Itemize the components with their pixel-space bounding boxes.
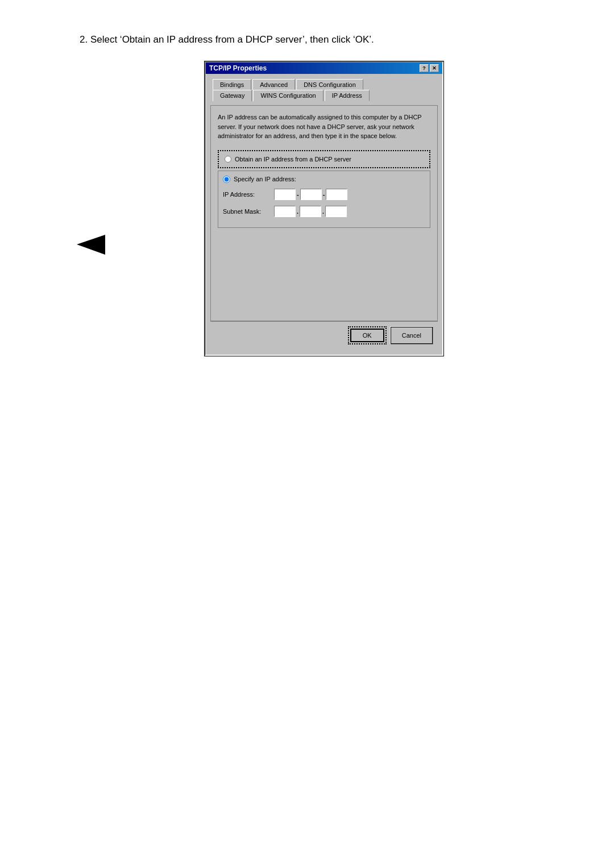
dialog-title: TCP/IP Properties <box>209 64 267 72</box>
ip-segment-2[interactable] <box>300 189 322 200</box>
instruction-text: 2. Select ‘Obtain an IP address from a D… <box>80 34 569 45</box>
radio-obtain-dhcp-input[interactable] <box>225 156 231 163</box>
subnet-dot-1: . <box>297 208 298 215</box>
subnet-dot-2: . <box>322 208 324 215</box>
help-button[interactable]: ? <box>420 64 429 72</box>
subnet-mask-label: Subnet Mask: <box>223 208 274 215</box>
subnet-segment-1[interactable] <box>274 206 296 217</box>
tab-advanced[interactable]: Advanced <box>252 79 295 90</box>
dialog-content: Bindings Advanced DNS Configuration Gate… <box>206 74 442 355</box>
tab-dns-configuration[interactable]: DNS Configuration <box>296 79 363 90</box>
tab-ip-address[interactable]: IP Address <box>325 90 370 101</box>
screenshot-container: TCP/IP Properties ? ✕ Bindings Advanced … <box>80 61 569 356</box>
close-button[interactable]: ✕ <box>430 64 439 72</box>
left-arrow <box>74 229 105 262</box>
ip-dot-1: - <box>297 191 299 198</box>
ip-dot-2: - <box>323 191 325 198</box>
tab-bindings[interactable]: Bindings <box>213 79 251 90</box>
radio-specify-input[interactable] <box>223 176 230 183</box>
dialog-titlebar: TCP/IP Properties ? ✕ <box>206 63 442 74</box>
tab-wins-configuration[interactable]: WINS Configuration <box>253 90 323 101</box>
radio-specify-row[interactable]: Specify an IP address: <box>223 176 425 183</box>
dialog-buttons: OK Cancel <box>210 321 438 350</box>
subnet-segment-2[interactable] <box>300 206 321 217</box>
svg-marker-0 <box>77 235 105 255</box>
tabs-container: Bindings Advanced DNS Configuration Gate… <box>210 78 438 101</box>
ip-address-input-group: - - <box>274 189 347 200</box>
description-text: An IP address can be automatically assig… <box>218 113 430 141</box>
subnet-mask-row: Subnet Mask: . . <box>223 206 425 217</box>
subnet-mask-input-group: . . <box>274 206 347 217</box>
ip-address-row: IP Address: - - <box>223 189 425 200</box>
radio-obtain-dhcp[interactable]: Obtain an IP address from a DHCP server <box>225 156 424 163</box>
dhcp-option-highlight: Obtain an IP address from a DHCP server <box>218 150 430 168</box>
ip-address-label: IP Address: <box>223 191 274 198</box>
ok-button-highlight: OK <box>348 326 387 344</box>
ip-segment-3[interactable] <box>326 189 347 200</box>
tabs-row-1: Bindings Advanced DNS Configuration <box>210 78 438 89</box>
ip-segment-1[interactable] <box>274 189 296 200</box>
tcp-ip-dialog: TCP/IP Properties ? ✕ Bindings Advanced … <box>205 61 443 356</box>
tab-gateway[interactable]: Gateway <box>213 90 252 101</box>
cancel-button[interactable]: Cancel <box>390 326 433 344</box>
radio-obtain-dhcp-label: Obtain an IP address from a DHCP server <box>235 156 351 163</box>
specify-section: Specify an IP address: IP Address: - - <box>218 171 430 228</box>
tab-panel-ip-address: An IP address can be automatically assig… <box>210 105 438 321</box>
titlebar-buttons: ? ✕ <box>420 64 439 72</box>
subnet-segment-3[interactable] <box>325 206 347 217</box>
radio-specify-label: Specify an IP address: <box>234 176 296 182</box>
empty-space <box>218 228 430 273</box>
ok-button[interactable]: OK <box>350 329 384 342</box>
tabs-row-2: Gateway WINS Configuration IP Address <box>210 89 438 101</box>
